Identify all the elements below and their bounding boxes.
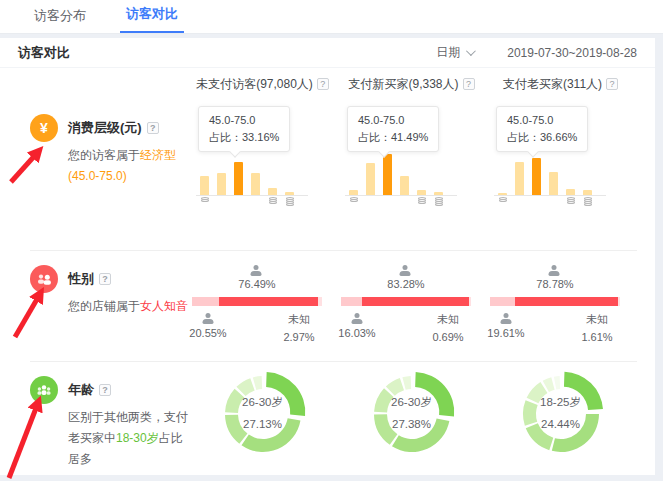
coin-stack-icon — [396, 196, 413, 206]
highlighted-bar — [234, 162, 243, 195]
coin-stack-icon — [281, 196, 298, 206]
row-title-gender: 性别 — [68, 270, 94, 288]
age-chart-new-buyers[interactable]: 26-30岁 27.38% — [337, 366, 486, 466]
bar — [417, 190, 426, 195]
male-bust-icon — [351, 313, 363, 324]
female-bar-segment — [362, 297, 470, 306]
male-bar-segment — [490, 297, 515, 306]
bar — [217, 173, 226, 195]
male-bar-segment — [192, 297, 219, 306]
row-gender: 性别 ? 您的店铺属于女人知音 76.49% 20.55% 未知2.97% 83… — [0, 251, 655, 361]
unknown-bar-segment — [618, 297, 620, 306]
coin-stack-icon — [413, 196, 430, 206]
female-bust-icon — [250, 265, 262, 276]
gender-chart-new-buyers[interactable]: 83.28% 16.03% 未知0.69% — [337, 265, 486, 353]
tab-visitor-compare[interactable]: 访客对比 — [120, 0, 184, 33]
coin-stack-icon — [562, 196, 579, 206]
bar — [583, 190, 592, 195]
unknown-label: 未知 — [424, 311, 472, 329]
tab-visitor-distribution[interactable]: 访客分布 — [28, 0, 92, 33]
female-percent: 76.49% — [222, 278, 292, 290]
bar — [434, 192, 443, 195]
date-dropdown[interactable]: 日期 — [436, 44, 473, 61]
row-title-consumption: 消费层级(元) — [68, 119, 142, 137]
bar — [566, 189, 575, 195]
age-chart-unpaid[interactable]: 26-30岁 27.13% — [188, 366, 337, 466]
help-icon[interactable]: ? — [317, 78, 329, 90]
column-header-old-buyers: 支付老买家(311人)? — [486, 76, 635, 93]
consumption-chart-old-buyers[interactable]: 45.0-75.0 占比：36.66% — [486, 100, 635, 236]
unknown-percent: 2.97% — [275, 329, 323, 347]
chart-tooltip: 45.0-75.0 占比：33.16% — [198, 106, 290, 152]
coin-stack-icon — [379, 196, 396, 206]
consumption-chart-new-buyers[interactable]: 45.0-75.0 占比：41.49% — [337, 100, 486, 236]
people-pair-icon — [30, 265, 58, 293]
row-title-age: 年龄 — [68, 381, 94, 399]
male-bar-segment — [341, 297, 362, 306]
coin-stack-icon — [264, 196, 281, 206]
tab-bar: 访客分布 访客对比 — [0, 0, 663, 34]
coin-stack-icon — [345, 196, 362, 206]
gender-highlight: 女人知音 — [140, 299, 188, 313]
age-donut[interactable]: 18-25岁 24.44% — [509, 366, 613, 462]
help-icon[interactable]: ? — [99, 384, 111, 396]
unknown-bar-segment — [469, 297, 471, 306]
help-icon[interactable]: ? — [463, 78, 475, 90]
female-bar-segment — [515, 297, 617, 306]
consumption-description: 您的访客属于经济型(45.0-75.0) — [68, 145, 188, 187]
gender-chart-old-buyers[interactable]: 78.78% 19.61% 未知1.61% — [486, 265, 635, 353]
date-label: 日期 — [436, 44, 460, 61]
unknown-percent: 0.69% — [424, 329, 472, 347]
male-percent: 20.55% — [186, 327, 230, 339]
female-percent: 78.78% — [520, 278, 590, 290]
bar — [366, 163, 375, 195]
male-bust-icon — [202, 313, 214, 324]
bar — [285, 192, 294, 195]
female-percent: 83.28% — [371, 278, 441, 290]
male-bust-icon — [500, 313, 512, 324]
coin-stack-icon — [528, 196, 545, 206]
bar — [549, 172, 558, 195]
bar — [200, 176, 209, 195]
coin-stack-icon — [494, 196, 511, 206]
row-consumption: ¥ 消费层级(元) ? 您的访客属于经济型(45.0-75.0) 45.0-75… — [0, 100, 655, 250]
column-headers: 未支付访客(97,080人)? 支付新买家(9,338人)? 支付老买家(311… — [0, 68, 655, 100]
help-icon[interactable]: ? — [147, 122, 159, 134]
coin-stack-icon — [545, 196, 562, 206]
bar — [498, 193, 507, 195]
date-range-value[interactable]: 2019-07-30~2019-08-28 — [507, 46, 637, 60]
coin-stack-icon — [362, 196, 379, 206]
unknown-label: 未知 — [275, 311, 323, 329]
age-highlight: 18-30岁 — [116, 431, 159, 445]
gender-chart-unpaid[interactable]: 76.49% 20.55% 未知2.97% — [188, 265, 337, 353]
coin-stack-icon — [247, 196, 264, 206]
column-header-unpaid: 未支付访客(97,080人)? — [188, 76, 337, 93]
coin-stack-icon — [213, 196, 230, 206]
coin-stack-icon — [230, 196, 247, 206]
consumption-chart-unpaid[interactable]: 45.0-75.0 占比：33.16% — [188, 100, 337, 236]
age-donut[interactable]: 26-30岁 27.13% — [211, 366, 315, 462]
bar — [400, 176, 409, 195]
coin-stack-icon — [196, 196, 213, 206]
chart-tooltip: 45.0-75.0 占比：36.66% — [496, 106, 588, 152]
panel-header: 访客对比 日期 2019-07-30~2019-08-28 — [0, 38, 655, 68]
row-age: 年龄 ? 区别于其他两类，支付老买家中18-30岁占比居多 26-30岁 27.… — [0, 362, 655, 474]
bar — [268, 188, 277, 195]
bar — [515, 162, 524, 195]
yen-coin-icon: ¥ — [30, 114, 58, 142]
female-bar-segment — [219, 297, 318, 306]
age-donut[interactable]: 26-30岁 27.38% — [360, 366, 464, 462]
highlighted-bar — [383, 154, 392, 195]
bar — [251, 173, 260, 195]
age-chart-old-buyers[interactable]: 18-25岁 24.44% — [486, 366, 635, 466]
unknown-label: 未知 — [573, 311, 621, 329]
help-icon[interactable]: ? — [99, 273, 111, 285]
bar — [349, 190, 358, 195]
help-icon[interactable]: ? — [606, 78, 618, 90]
column-header-new-buyers: 支付新买家(9,338人)? — [337, 76, 486, 93]
female-bust-icon — [399, 265, 411, 276]
chevron-down-icon — [466, 46, 476, 56]
page-title: 访客对比 — [18, 44, 70, 62]
people-group-icon — [30, 376, 58, 404]
age-description: 区别于其他两类，支付老买家中18-30岁占比居多 — [68, 407, 188, 470]
